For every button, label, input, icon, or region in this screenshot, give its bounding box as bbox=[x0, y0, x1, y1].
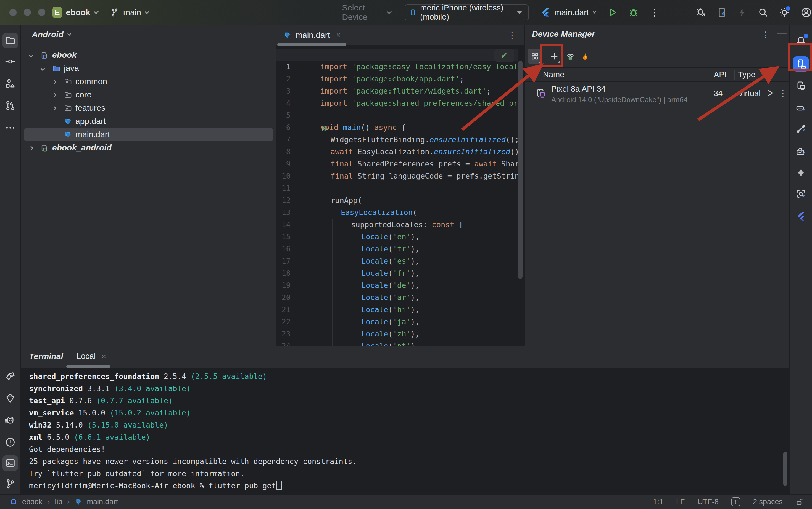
search-icon[interactable] bbox=[758, 7, 768, 18]
project-panel: Android ebookjavacommoncorefeaturesapp.d… bbox=[21, 25, 275, 346]
sidebar-item-flutter-inspector-icon[interactable] bbox=[793, 121, 809, 137]
sidebar-item-git-branch-icon[interactable] bbox=[2, 476, 18, 491]
line-ending[interactable]: LF bbox=[676, 498, 685, 506]
code-line: 11 bbox=[276, 170, 524, 182]
toolbar-divider bbox=[544, 49, 544, 64]
device-row[interactable]: Pixel 8a API 34 Android 14.0 ("UpsideDow… bbox=[525, 82, 789, 109]
lightning-icon[interactable] bbox=[738, 7, 747, 18]
window-controls[interactable] bbox=[9, 9, 45, 16]
account-icon[interactable] bbox=[801, 7, 812, 18]
debug-button[interactable] bbox=[628, 7, 639, 18]
window-close-button[interactable] bbox=[9, 9, 17, 16]
device-name: Pixel 8a API 34 bbox=[551, 84, 606, 94]
sidebar-item-gradle-icon[interactable] bbox=[2, 369, 18, 384]
code-line: 14supportedLocales: const [ bbox=[276, 206, 524, 218]
panel-minimize-icon[interactable]: — bbox=[777, 28, 787, 38]
tree-item-common[interactable]: common bbox=[21, 75, 275, 88]
sidebar-item-dart-analysis-icon[interactable] bbox=[793, 100, 809, 116]
firebase-icon[interactable] bbox=[578, 48, 593, 64]
inspections-widget[interactable]: ✓ bbox=[494, 49, 514, 62]
sidebar-item-structure-icon[interactable] bbox=[2, 76, 18, 91]
device-subtitle: Android 14.0 ("UpsideDownCake") | arm64 bbox=[551, 96, 687, 104]
unlocked-padlock-icon[interactable] bbox=[795, 498, 804, 506]
code-line: 1import 'package:easy_localization/easy_… bbox=[276, 48, 518, 61]
sidebar-item-flutter-outline-icon[interactable] bbox=[793, 144, 809, 160]
tab-main-dart[interactable]: main.dart × bbox=[283, 25, 340, 45]
column-api[interactable]: API bbox=[714, 70, 727, 79]
sidebar-item-logcat-icon[interactable] bbox=[2, 413, 18, 428]
tab-close-icon[interactable]: × bbox=[336, 31, 340, 39]
tree-chevron-icon[interactable] bbox=[52, 79, 57, 84]
device-mirror-icon[interactable] bbox=[717, 7, 727, 18]
tree-chevron-icon[interactable] bbox=[52, 106, 57, 110]
settings-gear-icon[interactable] bbox=[779, 7, 790, 18]
indent-setting[interactable]: 2 spaces bbox=[753, 498, 783, 506]
window-minimize-button[interactable] bbox=[24, 9, 31, 16]
device-selector[interactable]: meric iPhone (wireless) (mobile) bbox=[404, 4, 529, 21]
project-badge: E bbox=[53, 7, 62, 18]
sidebar-item-terminal-icon[interactable] bbox=[2, 455, 18, 471]
branch-name[interactable]: main bbox=[123, 8, 141, 17]
highlight-level-icon[interactable]: ! bbox=[732, 498, 740, 506]
editor-tab-bar: main.dart × ⋮ bbox=[276, 25, 524, 45]
sidebar-item-running-devices-icon[interactable] bbox=[793, 78, 809, 94]
run-config-name[interactable]: main.dart bbox=[554, 8, 589, 17]
sidebar-item-gemini-icon[interactable] bbox=[793, 165, 809, 180]
tree-item-java[interactable]: java bbox=[21, 62, 275, 75]
tree-item-core[interactable]: core bbox=[21, 88, 275, 102]
tree-item-ebook_android[interactable]: ebook_android bbox=[21, 141, 275, 155]
editor-vertical-scrollbar[interactable] bbox=[518, 61, 523, 279]
window-zoom-button[interactable] bbox=[38, 9, 45, 16]
sidebar-item-problems-icon[interactable] bbox=[2, 435, 18, 450]
sidebar-item-dart-diamond-icon[interactable] bbox=[2, 391, 18, 406]
caret-position[interactable]: 1:1 bbox=[653, 498, 663, 506]
tree-chevron-icon[interactable] bbox=[41, 66, 45, 71]
tree-item-app-dart[interactable]: app.dart bbox=[21, 115, 275, 128]
column-type[interactable]: Type bbox=[738, 70, 755, 79]
panel-options-kebab[interactable]: ⋮ bbox=[762, 30, 770, 39]
run-button[interactable] bbox=[608, 7, 618, 18]
sidebar-item-commit-icon[interactable] bbox=[2, 54, 18, 69]
right-tool-stripe bbox=[789, 25, 812, 494]
device-manager-title: Device Manager bbox=[532, 29, 595, 39]
add-device-plus-button[interactable] bbox=[547, 48, 562, 64]
tree-chevron-icon[interactable] bbox=[52, 93, 57, 97]
pair-wifi-icon[interactable] bbox=[563, 48, 578, 64]
sidebar-item-project-folder-icon[interactable] bbox=[2, 33, 18, 48]
sidebar-item-flutter-devtools-icon[interactable] bbox=[793, 186, 809, 202]
tree-item-features[interactable]: features bbox=[21, 102, 275, 115]
terminal-line: Try `flutter pub outdated` for more info… bbox=[29, 468, 245, 480]
file-encoding[interactable]: UTF-8 bbox=[697, 498, 719, 506]
restart-debug-icon[interactable] bbox=[695, 7, 707, 18]
select-device-label[interactable]: Select Device bbox=[342, 3, 383, 22]
tree-chevron-icon[interactable] bbox=[29, 53, 33, 58]
sidebar-item-flutter-performance-icon[interactable] bbox=[793, 209, 809, 224]
launch-device-play-icon[interactable] bbox=[765, 88, 774, 98]
column-name[interactable]: Name bbox=[543, 70, 564, 79]
run-options-kebab[interactable]: ⋮ bbox=[650, 7, 659, 18]
code-area[interactable]: 1import 'package:easy_localization/easy_… bbox=[276, 48, 524, 346]
indent-guide bbox=[332, 218, 333, 346]
sidebar-item-pull-requests-icon[interactable] bbox=[2, 98, 18, 113]
dart-icon bbox=[64, 131, 72, 141]
tree-item-main-dart[interactable]: main.dart bbox=[21, 128, 275, 141]
tree-chevron-icon[interactable] bbox=[29, 146, 33, 150]
terminal-scrollbar[interactable] bbox=[783, 451, 787, 486]
device-options-kebab[interactable]: ⋮ bbox=[779, 88, 787, 98]
sidebar-item-notifications-icon[interactable] bbox=[793, 33, 809, 48]
tab-close-icon[interactable]: × bbox=[102, 352, 106, 361]
sidebar-item-more-tool-windows-icon[interactable] bbox=[2, 120, 18, 136]
tree-item-ebook[interactable]: ebook bbox=[21, 48, 275, 62]
git-branch-icon bbox=[110, 8, 119, 17]
project-view-selector[interactable]: Android bbox=[32, 30, 71, 39]
terminal-tab-local[interactable]: Local× bbox=[76, 352, 106, 361]
grid-view-icon[interactable] bbox=[527, 48, 543, 64]
terminal-output[interactable]: shared_preferences_foundation 2.5.4 (2.5… bbox=[21, 368, 789, 495]
sidebar-item-device-manager-icon[interactable] bbox=[793, 56, 809, 72]
editor-options-kebab[interactable]: ⋮ bbox=[508, 30, 517, 40]
breadcrumb[interactable]: ebook › lib › main.dart bbox=[10, 498, 118, 506]
terminal-line: xml 6.5.0 (6.6.1 available) bbox=[29, 431, 150, 443]
status-bar: ebook › lib › main.dart 1:1 LF UTF-8 ! 2… bbox=[0, 494, 812, 509]
active-tab-indicator bbox=[66, 366, 110, 368]
project-name[interactable]: ebook bbox=[66, 8, 90, 17]
